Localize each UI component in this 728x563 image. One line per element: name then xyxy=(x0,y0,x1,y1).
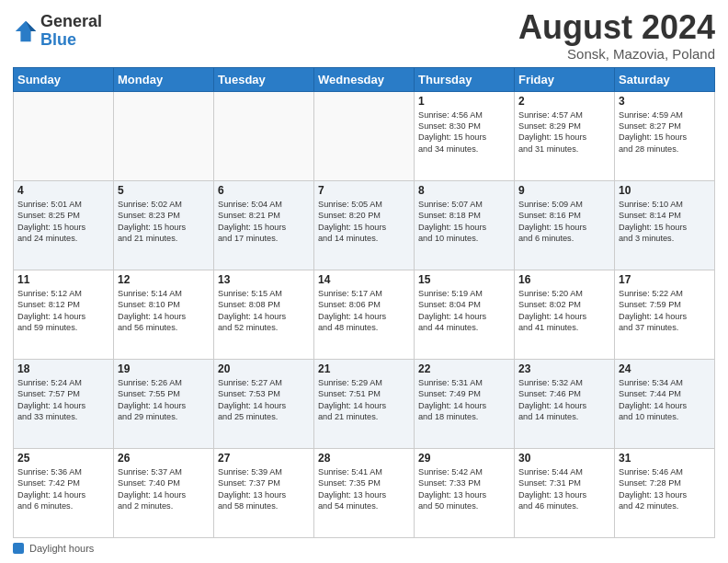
table-row: 4Sunrise: 5:01 AM Sunset: 8:25 PM Daylig… xyxy=(14,180,114,270)
day-info: Sunrise: 5:12 AM Sunset: 8:12 PM Dayligh… xyxy=(17,288,109,334)
day-number: 21 xyxy=(318,362,410,375)
table-row: 27Sunrise: 5:39 AM Sunset: 7:37 PM Dayli… xyxy=(214,448,314,537)
day-number: 6 xyxy=(218,184,310,197)
day-info: Sunrise: 5:39 AM Sunset: 7:37 PM Dayligh… xyxy=(218,466,310,512)
table-row xyxy=(314,91,415,180)
day-info: Sunrise: 5:44 AM Sunset: 7:31 PM Dayligh… xyxy=(518,466,610,512)
calendar-week-row: 25Sunrise: 5:36 AM Sunset: 7:42 PM Dayli… xyxy=(14,448,715,537)
day-number: 8 xyxy=(418,184,510,197)
day-info: Sunrise: 5:36 AM Sunset: 7:42 PM Dayligh… xyxy=(17,466,109,512)
table-row xyxy=(214,91,314,180)
table-row: 2Sunrise: 4:57 AM Sunset: 8:29 PM Daylig… xyxy=(515,91,615,180)
day-number: 1 xyxy=(418,95,510,108)
day-info: Sunrise: 5:20 AM Sunset: 8:02 PM Dayligh… xyxy=(518,288,610,334)
table-row xyxy=(114,91,214,180)
table-row: 30Sunrise: 5:44 AM Sunset: 7:31 PM Dayli… xyxy=(515,448,615,537)
day-info: Sunrise: 4:57 AM Sunset: 8:29 PM Dayligh… xyxy=(518,109,610,155)
day-number: 22 xyxy=(418,362,510,375)
table-row: 3Sunrise: 4:59 AM Sunset: 8:27 PM Daylig… xyxy=(615,91,715,180)
table-row: 15Sunrise: 5:19 AM Sunset: 8:04 PM Dayli… xyxy=(415,270,515,359)
day-info: Sunrise: 5:31 AM Sunset: 7:49 PM Dayligh… xyxy=(418,377,510,423)
day-number: 26 xyxy=(118,452,210,465)
day-number: 3 xyxy=(619,95,711,108)
table-row: 19Sunrise: 5:26 AM Sunset: 7:55 PM Dayli… xyxy=(114,359,214,448)
calendar-week-row: 18Sunrise: 5:24 AM Sunset: 7:57 PM Dayli… xyxy=(14,359,715,448)
table-row: 25Sunrise: 5:36 AM Sunset: 7:42 PM Dayli… xyxy=(14,448,114,537)
table-row: 23Sunrise: 5:32 AM Sunset: 7:46 PM Dayli… xyxy=(515,359,615,448)
subtitle: Sonsk, Mazovia, Poland xyxy=(518,46,715,62)
table-row: 9Sunrise: 5:09 AM Sunset: 8:16 PM Daylig… xyxy=(515,180,615,270)
table-row: 14Sunrise: 5:17 AM Sunset: 8:06 PM Dayli… xyxy=(314,270,415,359)
title-block: August 2024 Sonsk, Mazovia, Poland xyxy=(518,9,715,62)
logo-icon xyxy=(13,18,39,44)
day-number: 18 xyxy=(17,362,109,375)
day-number: 28 xyxy=(318,452,410,465)
day-info: Sunrise: 5:37 AM Sunset: 7:40 PM Dayligh… xyxy=(118,466,210,512)
table-row: 16Sunrise: 5:20 AM Sunset: 8:02 PM Dayli… xyxy=(515,270,615,359)
day-info: Sunrise: 5:29 AM Sunset: 7:51 PM Dayligh… xyxy=(318,377,410,423)
day-info: Sunrise: 5:32 AM Sunset: 7:46 PM Dayligh… xyxy=(518,377,610,423)
day-info: Sunrise: 5:34 AM Sunset: 7:44 PM Dayligh… xyxy=(619,377,711,423)
day-number: 16 xyxy=(518,273,610,286)
calendar-week-row: 11Sunrise: 5:12 AM Sunset: 8:12 PM Dayli… xyxy=(14,270,715,359)
day-info: Sunrise: 5:14 AM Sunset: 8:10 PM Dayligh… xyxy=(118,288,210,334)
day-info: Sunrise: 5:27 AM Sunset: 7:53 PM Dayligh… xyxy=(218,377,310,423)
day-number: 5 xyxy=(118,184,210,197)
col-thursday: Thursday xyxy=(415,67,515,91)
day-info: Sunrise: 5:04 AM Sunset: 8:21 PM Dayligh… xyxy=(218,199,310,245)
day-info: Sunrise: 5:22 AM Sunset: 7:59 PM Dayligh… xyxy=(619,288,711,334)
day-number: 14 xyxy=(318,273,410,286)
day-number: 10 xyxy=(619,184,711,197)
main-title: August 2024 xyxy=(518,9,715,46)
day-info: Sunrise: 5:17 AM Sunset: 8:06 PM Dayligh… xyxy=(318,288,410,334)
calendar-table: Sunday Monday Tuesday Wednesday Thursday… xyxy=(13,67,715,538)
day-number: 25 xyxy=(17,452,109,465)
table-row: 20Sunrise: 5:27 AM Sunset: 7:53 PM Dayli… xyxy=(214,359,314,448)
table-row: 6Sunrise: 5:04 AM Sunset: 8:21 PM Daylig… xyxy=(214,180,314,270)
day-info: Sunrise: 5:15 AM Sunset: 8:08 PM Dayligh… xyxy=(218,288,310,334)
footer-dot-icon xyxy=(13,543,24,554)
table-row: 29Sunrise: 5:42 AM Sunset: 7:33 PM Dayli… xyxy=(415,448,515,537)
calendar-week-row: 1Sunrise: 4:56 AM Sunset: 8:30 PM Daylig… xyxy=(14,91,715,180)
day-number: 30 xyxy=(518,452,610,465)
day-number: 7 xyxy=(318,184,410,197)
table-row: 5Sunrise: 5:02 AM Sunset: 8:23 PM Daylig… xyxy=(114,180,214,270)
day-info: Sunrise: 5:01 AM Sunset: 8:25 PM Dayligh… xyxy=(17,199,109,245)
day-number: 20 xyxy=(218,362,310,375)
table-row: 13Sunrise: 5:15 AM Sunset: 8:08 PM Dayli… xyxy=(214,270,314,359)
table-row: 21Sunrise: 5:29 AM Sunset: 7:51 PM Dayli… xyxy=(314,359,415,448)
table-row: 12Sunrise: 5:14 AM Sunset: 8:10 PM Dayli… xyxy=(114,270,214,359)
col-tuesday: Tuesday xyxy=(214,67,314,91)
table-row: 10Sunrise: 5:10 AM Sunset: 8:14 PM Dayli… xyxy=(615,180,715,270)
page: General Blue August 2024 Sonsk, Mazovia,… xyxy=(0,0,728,563)
table-row: 18Sunrise: 5:24 AM Sunset: 7:57 PM Dayli… xyxy=(14,359,114,448)
day-info: Sunrise: 5:19 AM Sunset: 8:04 PM Dayligh… xyxy=(418,288,510,334)
table-row xyxy=(14,91,114,180)
table-row: 1Sunrise: 4:56 AM Sunset: 8:30 PM Daylig… xyxy=(415,91,515,180)
col-saturday: Saturday xyxy=(615,67,715,91)
header: General Blue August 2024 Sonsk, Mazovia,… xyxy=(13,9,715,62)
footer: Daylight hours xyxy=(13,543,715,554)
footer-label: Daylight hours xyxy=(29,543,94,554)
table-row: 28Sunrise: 5:41 AM Sunset: 7:35 PM Dayli… xyxy=(314,448,415,537)
logo-blue-text: Blue xyxy=(40,31,102,50)
col-friday: Friday xyxy=(515,67,615,91)
day-info: Sunrise: 5:07 AM Sunset: 8:18 PM Dayligh… xyxy=(418,199,510,245)
table-row: 8Sunrise: 5:07 AM Sunset: 8:18 PM Daylig… xyxy=(415,180,515,270)
day-info: Sunrise: 5:10 AM Sunset: 8:14 PM Dayligh… xyxy=(619,199,711,245)
day-number: 13 xyxy=(218,273,310,286)
day-info: Sunrise: 5:09 AM Sunset: 8:16 PM Dayligh… xyxy=(518,199,610,245)
table-row: 26Sunrise: 5:37 AM Sunset: 7:40 PM Dayli… xyxy=(114,448,214,537)
calendar-header-row: Sunday Monday Tuesday Wednesday Thursday… xyxy=(14,67,715,91)
day-info: Sunrise: 5:41 AM Sunset: 7:35 PM Dayligh… xyxy=(318,466,410,512)
logo: General Blue xyxy=(13,13,102,50)
day-number: 24 xyxy=(619,362,711,375)
day-number: 31 xyxy=(619,452,711,465)
day-info: Sunrise: 5:42 AM Sunset: 7:33 PM Dayligh… xyxy=(418,466,510,512)
day-number: 2 xyxy=(518,95,610,108)
day-number: 9 xyxy=(518,184,610,197)
day-number: 4 xyxy=(17,184,109,197)
day-number: 19 xyxy=(118,362,210,375)
calendar-week-row: 4Sunrise: 5:01 AM Sunset: 8:25 PM Daylig… xyxy=(14,180,715,270)
day-info: Sunrise: 5:46 AM Sunset: 7:28 PM Dayligh… xyxy=(619,466,711,512)
